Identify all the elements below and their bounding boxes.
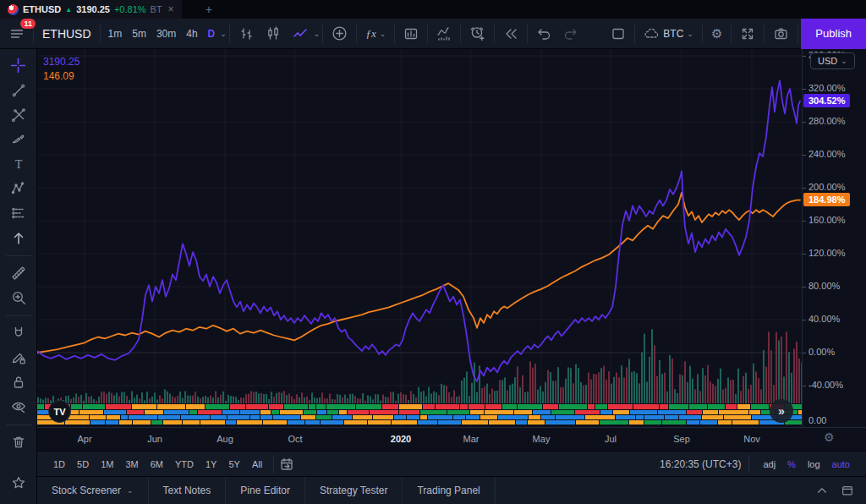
chart-toolbar: 11 ETHUSD 1m 5m 30m 4h D ⌄ ⌄ ƒx ⌄: [0, 19, 866, 49]
btc-legend-value[interactable]: 146.09: [43, 69, 79, 84]
snapshot-button[interactable]: [767, 22, 795, 46]
indicator-templates-button[interactable]: [397, 22, 425, 46]
time-axis-label: Jul: [605, 434, 617, 444]
arrow-up-tool[interactable]: [4, 226, 33, 249]
cloud-layout-button[interactable]: BTC ⌄: [638, 22, 699, 46]
panel-collapse-chevron-icon[interactable]: [815, 484, 829, 497]
text-tool[interactable]: T: [4, 152, 33, 175]
chart-pane[interactable]: 3190.25 146.09 TV » USD ⌄ 0.00 360.00%32…: [37, 49, 866, 504]
tab-favicon: [8, 4, 19, 15]
lock-all-drawings-button[interactable]: [4, 370, 33, 393]
fullscreen-button[interactable]: [734, 22, 761, 46]
range-6m[interactable]: 6M: [145, 457, 169, 472]
svg-text:T: T: [14, 157, 22, 170]
redo-button[interactable]: [557, 22, 584, 46]
range-ytd[interactable]: YTD: [169, 457, 200, 472]
strategy-tester-label: Strategy Tester: [320, 485, 387, 496]
timeframe-1d-active[interactable]: D: [203, 28, 221, 40]
clock-timezone[interactable]: 16:20:35 (UTC+3): [660, 458, 741, 470]
zoom-in-tool[interactable]: [4, 286, 33, 309]
percent-scale-toggle[interactable]: %: [781, 459, 802, 469]
chart-style-caret-icon[interactable]: ⌄: [314, 30, 321, 38]
chart-style-candles-button[interactable]: [260, 22, 287, 46]
range-all[interactable]: All: [246, 457, 268, 472]
chart-tab[interactable]: ETHUSD ▲ 3190.25 +0.81% BT ×: [0, 0, 182, 19]
timeframe-30m[interactable]: 30m: [151, 28, 181, 40]
brush-tool[interactable]: [4, 128, 33, 151]
bar-replay-button[interactable]: [497, 22, 524, 46]
adjust-toggle[interactable]: adj: [757, 459, 781, 469]
pine-editor-tab[interactable]: Pine Editor: [226, 477, 305, 504]
new-tab-button[interactable]: +: [206, 3, 212, 16]
strategy-tester-tab[interactable]: Strategy Tester: [305, 477, 403, 504]
auto-scale-toggle[interactable]: auto: [826, 459, 856, 469]
crosshair-icon: [10, 58, 26, 74]
gear-icon: ⚙: [711, 27, 722, 40]
axis-settings-gear-icon[interactable]: ⚙: [824, 431, 835, 443]
gann-pitchfork-tool[interactable]: [4, 103, 33, 126]
timeframe-1m[interactable]: 1m: [103, 28, 128, 40]
alert-button[interactable]: [463, 22, 491, 46]
indicators-button[interactable]: ƒx ⌄: [359, 22, 392, 46]
measure-ruler-tool[interactable]: [4, 261, 33, 284]
stay-in-drawing-mode-button[interactable]: [4, 346, 33, 369]
screener-caret-icon: ⌄: [127, 486, 134, 495]
range-3m[interactable]: 3M: [119, 457, 144, 472]
timeframe-5m[interactable]: 5m: [127, 28, 151, 40]
indicators-caret-icon: ⌄: [380, 30, 386, 38]
compare-button[interactable]: [326, 22, 354, 46]
price-axis-tick: 0.00%: [808, 347, 835, 357]
close-tab-icon[interactable]: ×: [168, 3, 174, 15]
text-notes-tab[interactable]: Text Notes: [149, 477, 227, 504]
panel-window-icon[interactable]: [841, 484, 854, 497]
range-1m[interactable]: 1M: [95, 457, 119, 472]
eth-legend-value[interactable]: 3190.25: [43, 55, 79, 69]
indicators-window-button[interactable]: [430, 22, 458, 46]
magnet-mode-button[interactable]: [4, 321, 33, 344]
trend-line-tool[interactable]: [4, 79, 33, 101]
main-menu-button[interactable]: 11: [3, 22, 30, 46]
remove-drawings-button[interactable]: [4, 430, 33, 453]
time-axis[interactable]: ⚙ AprJunAugOct2020MarMayJulSepNov: [37, 427, 866, 451]
pine-editor-label: Pine Editor: [240, 485, 290, 496]
publish-button[interactable]: Publish: [801, 19, 866, 49]
layout-select-button[interactable]: [605, 22, 632, 46]
price-axis-tick: 320.00%: [808, 83, 845, 93]
crosshair-tool[interactable]: [4, 54, 33, 77]
range-5y[interactable]: 5Y: [222, 457, 245, 472]
tradingview-app: { "tabbar":{"symbol":"ETHUSD","arrow":"▲…: [0, 0, 866, 504]
price-chart[interactable]: [37, 49, 802, 427]
trash-icon: [11, 435, 26, 450]
range-1d[interactable]: 1D: [47, 457, 71, 472]
forecast-tool[interactable]: [4, 201, 33, 224]
chart-settings-button[interactable]: ⚙: [705, 22, 728, 46]
candles-style-icon: [266, 26, 281, 41]
favorite-drawings-button[interactable]: [4, 471, 33, 494]
trading-panel-tab[interactable]: Trading Panel: [403, 477, 495, 504]
arrow-up-icon: [11, 230, 26, 245]
go-to-date-icon[interactable]: [279, 457, 294, 472]
undo-button[interactable]: [530, 22, 557, 46]
currency-dropdown[interactable]: USD ⌄: [810, 52, 855, 69]
timeframe-4h[interactable]: 4h: [181, 28, 202, 40]
fx-icon: ƒx: [365, 27, 375, 41]
symbol-search-button[interactable]: ETHUSD: [36, 22, 97, 46]
price-up-arrow-icon: ▲: [65, 6, 72, 14]
range-5d[interactable]: 5D: [71, 457, 95, 472]
chart-style-line-button[interactable]: [287, 22, 314, 46]
timeframe-dropdown-caret-icon[interactable]: ⌄: [220, 30, 227, 38]
toolbar-symbol: ETHUSD: [42, 27, 91, 41]
range-1y[interactable]: 1Y: [200, 457, 222, 472]
price-axis-tick: 240.00%: [808, 149, 845, 159]
tradingview-logo[interactable]: TV: [48, 400, 71, 423]
ruler-icon: [11, 266, 26, 281]
price-axis-tick: 200.00%: [808, 182, 845, 192]
price-axis[interactable]: USD ⌄ 0.00 360.00%320.00%280.00%240.00%2…: [802, 49, 866, 427]
xabcd-pattern-tool[interactable]: [4, 177, 33, 200]
ribbon-expand-button[interactable]: »: [770, 399, 793, 423]
chart-style-bars-button[interactable]: [233, 22, 260, 46]
stock-screener-tab[interactable]: Stock Screener ⌄: [37, 477, 149, 504]
currency-label: USD: [818, 56, 837, 66]
log-scale-toggle[interactable]: log: [802, 459, 826, 469]
hide-all-drawings-button[interactable]: [4, 395, 33, 418]
